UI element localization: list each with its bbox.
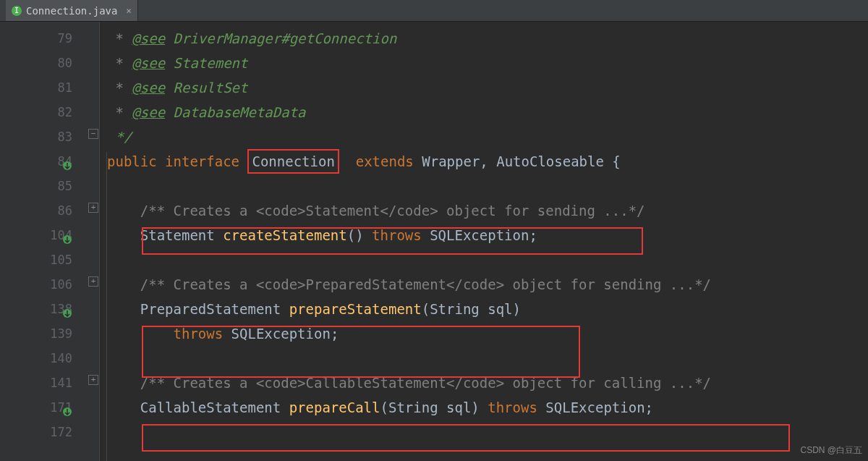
- override-gutter-icon[interactable]: [61, 229, 73, 240]
- code-line: * @see DriverManager#getConnection: [107, 26, 868, 51]
- watermark: CSDN @白豆五: [800, 444, 862, 457]
- highlight-box: [142, 227, 643, 255]
- fold-expand-icon[interactable]: +: [88, 375, 98, 385]
- highlight-box: [142, 424, 790, 452]
- highlight-box: [142, 326, 580, 378]
- override-gutter-icon[interactable]: [61, 155, 73, 166]
- line-number: 140: [0, 346, 87, 371]
- line-number: 104: [0, 223, 87, 248]
- override-gutter-icon[interactable]: [61, 401, 73, 413]
- code-body[interactable]: * @see DriverManager#getConnection * @se…: [100, 22, 868, 461]
- line-number: 106: [0, 272, 87, 297]
- code-line: * @see DatabaseMetaData: [107, 100, 868, 124]
- line-number: 105: [0, 248, 87, 272]
- code-line: /** Creates a <code>PreparedStatement</c…: [107, 272, 868, 297]
- tab-bar: I Connection.java ×: [0, 0, 868, 22]
- code-line: /** Creates a <code>Statement</code> obj…: [107, 198, 868, 223]
- line-number: 79: [0, 26, 87, 51]
- code-line: * @see ResultSet: [107, 75, 868, 100]
- line-number: 81: [0, 75, 87, 100]
- line-number: 82: [0, 100, 87, 124]
- gutter: 79 80 81 82 83 84 85 86 104 105 106 138 …: [0, 22, 87, 461]
- indent-guide: [106, 152, 107, 461]
- code-line: [107, 174, 868, 198]
- code-line: */: [107, 124, 868, 149]
- line-number: 80: [0, 51, 87, 75]
- fold-expand-icon[interactable]: +: [88, 203, 98, 213]
- line-number: 84: [0, 149, 87, 174]
- editor-area: 79 80 81 82 83 84 85 86 104 105 106 138 …: [0, 22, 868, 461]
- line-number: 86: [0, 198, 87, 223]
- line-number: 85: [0, 174, 87, 198]
- highlight-box: Connection: [247, 149, 339, 174]
- override-gutter-icon[interactable]: [61, 303, 73, 314]
- line-number: 139: [0, 321, 87, 346]
- code-line: * @see Statement: [107, 51, 868, 75]
- fold-collapse-icon[interactable]: −: [88, 129, 98, 139]
- line-number: 83: [0, 124, 87, 149]
- fold-column: − + + +: [87, 22, 100, 461]
- tab-connection-java[interactable]: I Connection.java ×: [6, 0, 138, 21]
- fold-expand-icon[interactable]: +: [88, 276, 98, 287]
- line-number: 138: [0, 297, 87, 321]
- code-line: public interface Connection extends Wrap…: [107, 149, 868, 174]
- code-line: CallableStatement prepareCall(String sql…: [107, 395, 868, 420]
- line-number: 172: [0, 420, 87, 444]
- code-line: PreparedStatement prepareStatement(Strin…: [107, 297, 868, 321]
- close-icon[interactable]: ×: [126, 6, 131, 16]
- interface-file-icon: I: [12, 6, 22, 16]
- tab-filename: Connection.java: [26, 5, 117, 17]
- line-number: 141: [0, 371, 87, 395]
- line-number: 171: [0, 395, 87, 420]
